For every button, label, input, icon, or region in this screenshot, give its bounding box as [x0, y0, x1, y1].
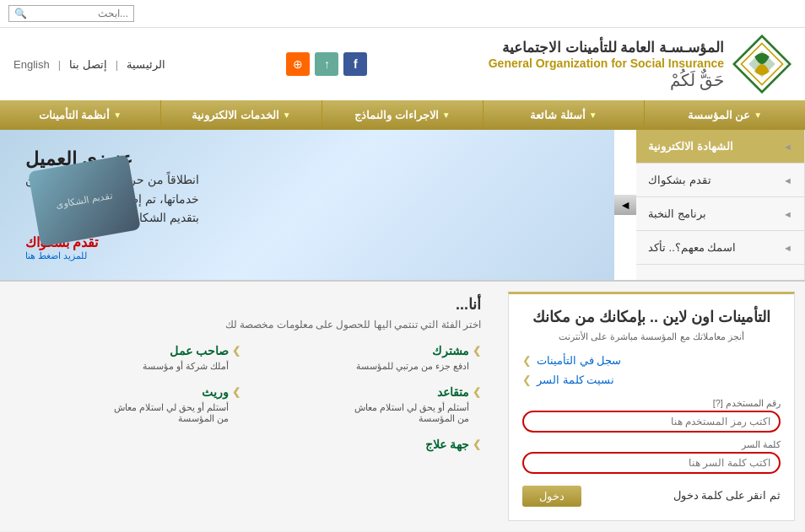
header: الرئيسية | إتصل بنا | English ⊕ ↑ f المؤ… [0, 28, 805, 100]
separator1: | [116, 58, 118, 71]
category-employer[interactable]: ❯ صاحب عمل أملك شركة أو مؤسسة [17, 344, 240, 372]
org-arabic-title: المؤسـسـة العامة للتأمينات الاجتماعية [489, 39, 724, 56]
header-logo: المؤسـسـة العامة للتأمينات الاجتماعية Ge… [489, 35, 791, 94]
facebook-icon[interactable]: f [343, 52, 367, 76]
cat-subscriber-arrow: ❯ [473, 345, 481, 357]
cat-heir-title: ❯ وريث [17, 385, 240, 399]
cat-retired-title: ❯ متقاعد [257, 385, 481, 399]
nav-faq[interactable]: ▼ أسئلة شائعة [483, 100, 644, 130]
category-heir[interactable]: ❯ وريث أستلم أو يحق لي استلام معاشمن الم… [17, 385, 240, 424]
sidebar-chevron-2: ◄ [783, 175, 792, 185]
info-panel-title: أنا... [17, 295, 481, 314]
english-link[interactable]: English [14, 58, 50, 71]
banner-more-link[interactable]: للمزيد اضغط هنا [25, 250, 87, 261]
org-english-title: General Organization for Social Insuranc… [489, 56, 724, 70]
nav-faq-arrow: ▼ [589, 110, 597, 120]
banner-card-shape: تقديم الشكاوى [28, 154, 141, 246]
header-text: المؤسـسـة العامة للتأمينات الاجتماعية Ge… [489, 39, 724, 90]
sidebar-item-verify[interactable]: ◄ اسمك معهم؟.. تأكد [636, 231, 804, 265]
password-group: كلمة السر [522, 439, 781, 474]
category-treatment[interactable]: ❯ جهة علاج [257, 438, 481, 454]
social-icons-group: ⊕ ↑ f [286, 52, 367, 76]
info-categories-grid: ❯ مشترك ادفع جزء من مرتبي للمؤسسة ❯ صاحب… [17, 344, 481, 454]
password-input[interactable] [532, 457, 770, 469]
sidebar-chevron-3: ◄ [783, 209, 792, 219]
sidebar-chevron-4: ◄ [783, 243, 792, 253]
nav-eservices-arrow: ▼ [283, 110, 291, 120]
separator2: | [58, 58, 61, 71]
search-box[interactable]: 🔍 [8, 5, 134, 22]
cat-employer-title: ❯ صاحب عمل [17, 344, 240, 357]
header-nav-links: الرئيسية | إتصل بنا | English [14, 58, 165, 71]
login-panel-title: التأمينات اون لاين .. بإمكانك من مكانك [522, 308, 781, 326]
password-label: كلمة السر [522, 439, 781, 450]
banner-sidebar: ◄ الشهادة الالكترونية ◄ تقدم بشكواك ◄ بر… [636, 130, 805, 280]
contact-link[interactable]: إتصل بنا [69, 58, 107, 71]
top-bar: 🔍 [0, 0, 805, 28]
cat-heir-desc: أستلم أو يحق لي استلام معاشمن المؤسسة [17, 402, 240, 424]
banner-area: ◄ الشهادة الالكترونية ◄ تقدم بشكواك ◄ بر… [0, 130, 805, 282]
cat-retired-arrow: ❯ [473, 386, 481, 398]
sidebar-item-certificate[interactable]: ◄ الشهادة الالكترونية [636, 130, 804, 164]
sidebar-item-elite[interactable]: ◄ برنامج النخبة [636, 197, 804, 231]
search-input[interactable] [27, 8, 128, 19]
nav-eservices[interactable]: ▼ الخدمات الالكترونية [160, 100, 321, 130]
bottom-section: التأمينات اون لاين .. بإمكانك من مكانك أ… [0, 282, 805, 531]
main-nav: ▼ عن المؤسسة ▼ أسئلة شائعة ▼ الاجراءات و… [0, 100, 805, 130]
login-links: سجل في التأمينات ❯ نسيت كلمة السر ❯ [522, 354, 781, 386]
search-button[interactable]: 🔍 [14, 8, 27, 19]
category-retired[interactable]: ❯ متقاعد أستلم أو يحق لي استلام معاشمن ا… [257, 385, 481, 424]
banner-main: تقديم الشكاوى عزيزي العميل انطلاقاً من ح… [0, 130, 614, 280]
category-subscriber[interactable]: ❯ مشترك ادفع جزء من مرتبي للمؤسسة [257, 344, 481, 372]
forgot-password-link[interactable]: نسيت كلمة السر ❯ [522, 373, 614, 386]
cat-treatment-title: ❯ جهة علاج [257, 438, 481, 451]
nav-insurance[interactable]: ▼ أنظمة التأمينات [0, 100, 160, 130]
cat-employer-desc: أملك شركة أو مؤسسة [17, 361, 240, 372]
login-panel-subtitle: أنجز معاملاتك مع المؤسسة مباشرة على الأن… [522, 331, 781, 342]
register-arrow: ❯ [522, 354, 532, 367]
password-input-wrap[interactable] [522, 452, 781, 474]
org-logo [732, 35, 791, 94]
banner-prev-button[interactable]: ◄ [614, 195, 636, 215]
username-input-wrap[interactable] [522, 411, 781, 433]
banner-card-image: تقديم الشكاوى [25, 163, 135, 247]
login-cta-text: ثم انقر على كلمة دخول [673, 489, 781, 502]
info-panel-subtitle: اختر الفئة التي تنتمي اليها للحصول على م… [17, 319, 481, 330]
username-input[interactable] [532, 416, 770, 427]
sidebar-chevron-1: ◄ [783, 142, 792, 152]
home-link[interactable]: الرئيسية [127, 58, 165, 71]
forgot-arrow: ❯ [522, 373, 532, 386]
nav-insurance-arrow: ▼ [113, 110, 122, 120]
cat-subscriber-desc: ادفع جزء من مرتبي للمؤسسة [257, 361, 481, 372]
username-group: رقم المستخدم [?] [522, 398, 781, 433]
nav-about[interactable]: ▼ عن المؤسسة [644, 100, 805, 130]
cat-retired-desc: أستلم أو يحق لي استلام معاشمن المؤسسة [257, 402, 481, 424]
nav-about-arrow: ▼ [754, 110, 762, 120]
cat-employer-arrow: ❯ [232, 345, 240, 357]
org-slogan: حَقٌّ لَكُمْ [489, 70, 724, 90]
cat-subscriber-title: ❯ مشترك [257, 344, 481, 357]
rss-icon[interactable]: ⊕ [286, 52, 310, 76]
username-label: رقم المستخدم [?] [522, 398, 781, 409]
cat-treatment-arrow: ❯ [473, 438, 481, 450]
share-icon[interactable]: ↑ [315, 52, 338, 76]
info-panel: أنا... اختر الفئة التي تنتمي اليها للحصو… [0, 282, 498, 531]
cat-heir-arrow: ❯ [232, 386, 240, 398]
register-link[interactable]: سجل في التأمينات ❯ [522, 354, 621, 367]
nav-procedures[interactable]: ▼ الاجراءات والنماذج [321, 100, 483, 130]
sidebar-item-complaint[interactable]: ◄ تقدم بشكواك [636, 164, 804, 197]
login-button[interactable]: دخول [522, 486, 581, 507]
login-panel: التأمينات اون لاين .. بإمكانك من مكانك أ… [508, 292, 795, 521]
nav-procedures-arrow: ▼ [442, 110, 451, 120]
